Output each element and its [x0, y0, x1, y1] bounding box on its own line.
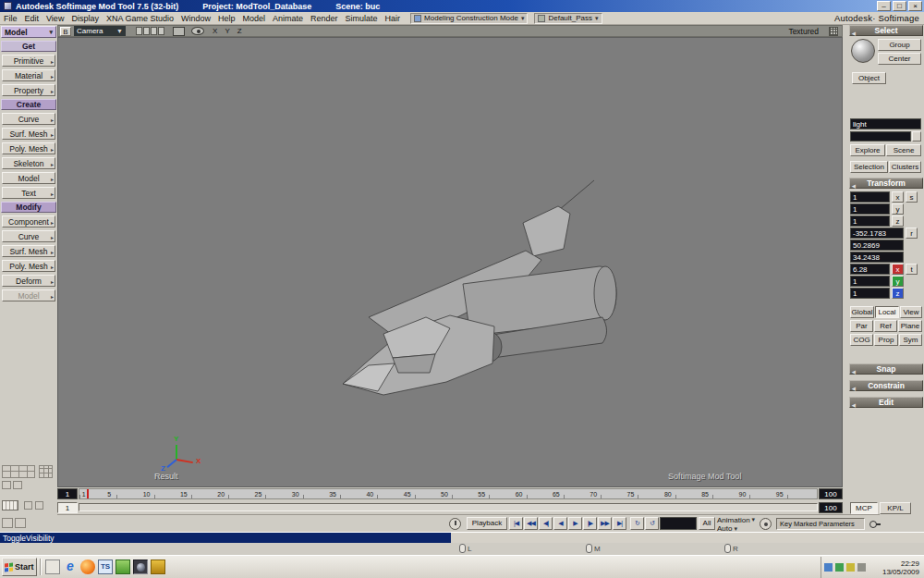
current-frame-display[interactable]: [660, 517, 697, 530]
sym-button[interactable]: Sym: [899, 334, 922, 346]
internet-explorer-icon[interactable]: [63, 560, 78, 574]
playback-options-button[interactable]: Playback: [467, 517, 507, 530]
layer-button-1[interactable]: [2, 481, 11, 489]
menu-render[interactable]: Render: [307, 12, 342, 24]
all-button[interactable]: All: [699, 517, 715, 530]
viewport-layout-buttons[interactable]: [2, 465, 35, 478]
layer-button-2[interactable]: [13, 481, 22, 489]
animation-menu[interactable]: Animation ▾: [717, 515, 756, 524]
key-marked-parameters-button[interactable]: Key Marked Parameters: [776, 518, 865, 530]
rotate-z-field[interactable]: 34.2438: [850, 252, 904, 263]
go-last-frame-button[interactable]: ▶|: [613, 517, 626, 530]
menu-hair[interactable]: Hair: [382, 12, 405, 24]
translate-z-axis-button[interactable]: z: [892, 288, 904, 299]
axis-toggle[interactable]: X Y Z: [213, 27, 245, 35]
loop-playback-button[interactable]: ↻: [630, 517, 644, 530]
toolbar-button-property[interactable]: Property▸: [2, 84, 55, 96]
transform-section-header[interactable]: ◀ Transform: [849, 178, 923, 189]
keying-mode-icon[interactable]: [760, 518, 772, 530]
clock-icon[interactable]: [449, 518, 461, 530]
toolbar-button-component[interactable]: Component▸: [2, 215, 55, 228]
ts-app-icon[interactable]: [98, 560, 113, 574]
show-desktop-icon[interactable]: [45, 560, 60, 574]
selection-sub-field[interactable]: [850, 131, 911, 141]
play-backward-button[interactable]: ◀: [553, 517, 567, 530]
par-button[interactable]: Par: [850, 320, 873, 332]
scale-x-field[interactable]: 1: [850, 191, 890, 203]
menu-help[interactable]: Help: [214, 12, 239, 24]
firefox-icon[interactable]: [80, 560, 95, 574]
toolbar-button-deform[interactable]: Deform▸: [2, 275, 55, 287]
taskbar-clock[interactable]: 22:29 13/05/2009: [882, 560, 921, 576]
start-frame-field[interactable]: 1: [57, 488, 78, 499]
menu-display[interactable]: Display: [67, 12, 103, 24]
tray-icon-network[interactable]: [824, 563, 833, 572]
range-start-field[interactable]: 1: [57, 502, 78, 513]
scale-group-button[interactable]: s: [906, 191, 918, 203]
toolbar-button-model[interactable]: Model▸: [2, 289, 55, 301]
softimage-active-icon[interactable]: [133, 560, 148, 574]
prop-button[interactable]: Prop: [874, 334, 898, 346]
selection-button[interactable]: Selection: [850, 161, 888, 173]
media-app-icon[interactable]: [151, 560, 165, 574]
viewport-letter-button[interactable]: B: [60, 27, 71, 36]
construction-mode-select[interactable]: Modeling Construction Mode ▾: [410, 13, 528, 24]
toolbar-button-curve[interactable]: Curve▸: [2, 113, 55, 125]
camera-view-select[interactable]: Camera ▼: [74, 26, 126, 36]
keyboard-mapping-icon[interactable]: [2, 500, 18, 510]
toolbar-button-curve[interactable]: Curve▸: [2, 230, 55, 242]
center-button[interactable]: Center: [878, 53, 921, 65]
translate-x-axis-button[interactable]: x: [892, 264, 904, 275]
rotate-x-field[interactable]: -352.1783: [850, 228, 904, 239]
scale-y-axis-button[interactable]: y: [892, 203, 904, 215]
toolbar-button-material[interactable]: Material▸: [2, 69, 55, 81]
step-forward-button[interactable]: |▶: [583, 517, 597, 530]
menu-file[interactable]: File: [0, 12, 21, 24]
scale-y-field[interactable]: 1: [850, 203, 890, 215]
toolbar-button-poly-mesh[interactable]: Poly. Mesh▸: [2, 260, 55, 272]
edit-section-header[interactable]: ◀ Edit: [849, 397, 923, 408]
tray-icon-updates[interactable]: [857, 563, 866, 572]
field-expand-button[interactable]: [912, 131, 921, 141]
local-mode-button[interactable]: Local: [875, 306, 899, 318]
clusters-button[interactable]: Clusters: [889, 161, 921, 173]
translate-y-field[interactable]: 1: [850, 276, 890, 287]
playhead[interactable]: [87, 489, 89, 498]
tool-icon-2[interactable]: [35, 501, 43, 510]
tool-icon-3[interactable]: [2, 518, 13, 528]
close-button[interactable]: ×: [908, 1, 922, 11]
rotate-group-button[interactable]: r: [906, 228, 918, 239]
eye-icon[interactable]: [191, 27, 204, 35]
go-first-frame-button[interactable]: |◀: [509, 517, 523, 530]
global-mode-button[interactable]: Global: [850, 306, 874, 318]
range-track[interactable]: [79, 503, 818, 511]
menu-animate[interactable]: Animate: [269, 12, 307, 24]
memo-cam-buttons[interactable]: [136, 27, 164, 35]
key-icon[interactable]: [869, 518, 881, 530]
toolbar-button-surf-mesh[interactable]: Surf. Mesh▸: [2, 128, 55, 140]
menu-simulate[interactable]: Simulate: [342, 12, 382, 24]
rotate-y-field[interactable]: 50.2869: [850, 240, 904, 251]
translate-group-button[interactable]: t: [906, 264, 918, 275]
playback-mode-button[interactable]: ↺: [645, 517, 659, 530]
translate-y-axis-button[interactable]: y: [892, 276, 904, 287]
plane-button[interactable]: Plane: [898, 320, 922, 332]
menu-model[interactable]: Model: [238, 12, 269, 24]
snap-section-header[interactable]: ◀ Snap: [849, 363, 923, 375]
translate-z-field[interactable]: 1: [850, 288, 890, 299]
tab-kpl[interactable]: KP/L: [880, 502, 911, 514]
scale-z-axis-button[interactable]: z: [892, 215, 904, 227]
toolbar-button-surf-mesh[interactable]: Surf. Mesh▸: [2, 245, 55, 257]
scale-z-field[interactable]: 1: [850, 215, 890, 227]
toolbar-button-model[interactable]: Model▸: [2, 172, 55, 184]
menu-window[interactable]: Window: [177, 12, 214, 24]
start-button[interactable]: Start: [2, 558, 37, 576]
object-button[interactable]: Object: [852, 72, 886, 84]
layout-grid-button[interactable]: [39, 465, 53, 478]
monitor-icon[interactable]: [173, 27, 185, 36]
range-end-field[interactable]: 100: [819, 502, 843, 513]
explore-button[interactable]: Explore: [850, 144, 885, 156]
cog-button[interactable]: COG: [850, 334, 873, 346]
scale-x-axis-button[interactable]: x: [892, 191, 904, 203]
tray-icon-volume[interactable]: [846, 563, 855, 572]
